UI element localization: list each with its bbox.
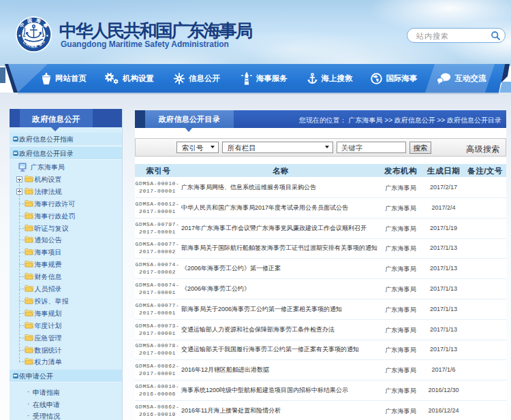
- svg-text:★: ★: [18, 33, 22, 37]
- svg-text:★: ★: [46, 33, 49, 37]
